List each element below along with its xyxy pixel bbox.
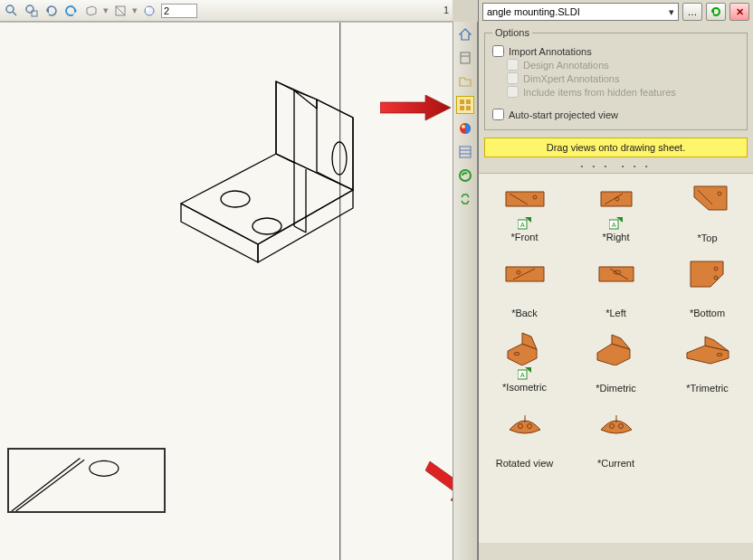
svg-rect-34: [460, 106, 464, 110]
view-thumbnail-isometric[interactable]: A*Isometric: [486, 331, 564, 394]
auto-start-row[interactable]: Auto-start projected view: [492, 109, 739, 120]
properties-tab-icon[interactable]: [456, 143, 474, 161]
svg-rect-38: [460, 147, 471, 157]
design-library-icon[interactable]: [456, 49, 474, 67]
svg-marker-16: [294, 90, 317, 109]
refresh-button[interactable]: [706, 3, 726, 21]
svg-rect-33: [466, 100, 471, 104]
svg-point-0: [6, 5, 14, 13]
view-thumb-icon: [500, 406, 549, 441]
zoom-fit-icon[interactable]: [4, 3, 20, 19]
view-thumbnail-dimetric[interactable]: *Dimetric: [577, 331, 655, 394]
home-tab-icon[interactable]: [456, 25, 474, 43]
view-label: *Top: [669, 233, 747, 243]
svg-point-37: [462, 125, 465, 128]
import-annotations-checkbox[interactable]: [492, 45, 504, 57]
appearances-tab-icon[interactable]: [456, 119, 474, 138]
include-hidden-checkbox: [507, 86, 519, 98]
callout-arrow-top: [380, 95, 453, 122]
svg-line-25: [12, 458, 81, 511]
view-thumb-icon: [500, 181, 549, 215]
view-label: *Current: [577, 458, 655, 469]
view-thumb-icon: [592, 331, 641, 365]
view-thumbnail-right[interactable]: A*Right: [577, 181, 655, 243]
view-thumb-icon: [683, 256, 732, 290]
svg-text:A: A: [612, 222, 616, 228]
file-explorer-icon[interactable]: [456, 72, 474, 90]
svg-marker-11: [181, 154, 353, 244]
view-thumbnail-bottom[interactable]: *Bottom: [669, 256, 747, 318]
design-annotations-row: Design Annotations: [507, 59, 739, 71]
view-thumbnail-trimetric[interactable]: *Trimetric: [669, 331, 747, 394]
main-toolbar: ▾ ▾: [0, 0, 453, 22]
view-palette-area: A*FrontA*Right*Top*Back*Left*BottomA*Iso…: [479, 173, 753, 543]
design-annotations-checkbox: [507, 59, 519, 71]
svg-line-26: [16, 460, 85, 511]
view-label: Rotated view: [486, 458, 564, 469]
view-thumb-icon: [592, 256, 641, 290]
svg-point-20: [332, 142, 347, 175]
svg-text:A: A: [520, 372, 525, 378]
rotate-view-icon[interactable]: [43, 3, 60, 19]
svg-point-9: [145, 6, 154, 15]
view-thumb-icon: [683, 181, 732, 215]
appearance-icon[interactable]: [141, 3, 157, 19]
view-thumbnail-rotatedview[interactable]: Rotated view: [486, 406, 564, 469]
text-scale-input[interactable]: [161, 4, 197, 18]
svg-point-19: [253, 218, 281, 234]
dimxpert-annotations-row: DimXpert Annotations: [507, 72, 739, 84]
view-label: *Dimetric: [577, 383, 655, 394]
close-button[interactable]: ✕: [729, 3, 749, 21]
svg-text:A: A: [520, 222, 525, 228]
view-thumb-icon: [683, 331, 732, 365]
svg-marker-29: [460, 29, 471, 40]
svg-marker-27: [380, 95, 451, 120]
display-style-icon[interactable]: [83, 3, 100, 19]
view-thumbnail-back[interactable]: *Back: [486, 256, 564, 318]
view-thumbnail-front[interactable]: A*Front: [486, 181, 564, 243]
drawing-canvas[interactable]: [0, 22, 453, 560]
isometric-part-view[interactable]: [172, 68, 371, 303]
svg-marker-64: [691, 261, 723, 287]
svg-marker-43: [506, 192, 544, 206]
svg-line-8: [116, 6, 125, 15]
part-select-combo[interactable]: angle mounting.SLDI ▾: [482, 3, 679, 21]
svg-marker-12: [181, 204, 258, 262]
svg-line-22: [294, 226, 306, 233]
svg-rect-32: [460, 100, 464, 104]
drag-hint-banner: Drag views onto drawing sheet.: [484, 138, 748, 157]
view-thumb-icon: [500, 256, 549, 290]
view-label: *Isometric: [486, 382, 564, 393]
svg-point-41: [460, 170, 471, 181]
svg-point-18: [221, 191, 250, 207]
view-label: *Trimetric: [669, 383, 747, 394]
auto-start-checkbox[interactable]: [492, 109, 504, 120]
browse-button[interactable]: …: [682, 3, 702, 21]
small-drawing-view[interactable]: [7, 448, 166, 513]
view-label: *Right: [577, 232, 655, 242]
svg-rect-35: [466, 106, 471, 110]
drag-handle[interactable]: • • • • • •: [479, 161, 753, 173]
view-thumbnail-top[interactable]: *Top: [669, 181, 747, 243]
svg-point-10: [146, 7, 149, 11]
redo-icon[interactable]: [63, 3, 80, 19]
svg-marker-6: [87, 6, 96, 15]
include-hidden-row: Include items from hidden features: [507, 86, 739, 98]
view-label: *Left: [577, 308, 655, 318]
view-palette-tab-icon[interactable]: [456, 96, 474, 114]
view-thumb-icon: [592, 181, 641, 215]
svg-point-2: [26, 5, 33, 13]
zoom-area-icon[interactable]: [24, 3, 40, 19]
view-thumbnail-left[interactable]: *Left: [577, 256, 655, 318]
view-thumbnail-current[interactable]: *Current: [577, 406, 655, 469]
dimxpert-annotations-checkbox: [507, 72, 519, 84]
section-icon[interactable]: [112, 3, 129, 19]
view-label: *Bottom: [669, 308, 747, 318]
recycle-tab-icon[interactable]: [456, 190, 474, 208]
view-label: *Back: [486, 308, 564, 318]
import-annotations-row[interactable]: Import Annotations: [492, 45, 739, 57]
resources-tab-icon[interactable]: [456, 166, 474, 185]
svg-line-1: [13, 12, 16, 15]
part-filename: angle mounting.SLDI: [487, 6, 580, 17]
options-group: Options Import Annotations Design Annota…: [484, 27, 748, 130]
